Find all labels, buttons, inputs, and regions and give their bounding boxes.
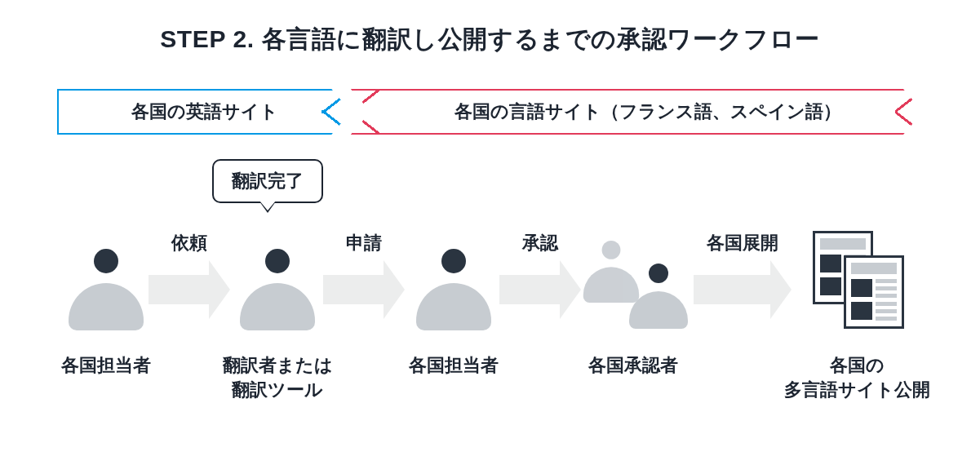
scope-left-label: 各国の英語サイト [131,100,278,124]
role-node-1 [57,249,155,330]
scope-left: 各国の英語サイト [57,89,351,135]
role-caption-3: 各国担当者 [388,353,519,378]
arrow-1-label: 依頼 [149,231,230,255]
scope-right: 各国の言語サイト（フランス語、スペイン語） [351,89,923,135]
person-icon [69,249,144,330]
role-node-2 [228,249,326,330]
workflow: 翻訳完了 各国担当者 依頼 翻訳者または翻訳ツール 申請 各国担当者 承認 [49,159,931,420]
role-caption-2: 翻訳者または翻訳ツール [196,353,359,401]
role-node-5 [793,231,924,329]
role-caption-1: 各国担当者 [41,353,171,378]
arrow-4-label: 各国展開 [694,231,792,255]
role-node-3 [405,249,503,330]
arrow-4: 各国展開 [694,260,792,319]
arrow-3-label: 承認 [499,231,581,255]
arrow-3: 承認 [499,260,581,319]
arrow-2: 申請 [323,260,405,319]
speech-bubble: 翻訳完了 [212,159,323,203]
person-icon [416,249,491,330]
speech-bubble-text: 翻訳完了 [232,171,304,191]
scope-bar: 各国の英語サイト 各国の言語サイト（フランス語、スペイン語） [57,89,923,135]
role-caption-5: 各国の多言語サイト公開 [767,353,947,401]
page-title: STEP 2. 各言語に翻訳し公開するまでの承認ワークフロー [0,0,980,56]
webpages-icon [809,231,907,329]
arrow-1: 依頼 [149,260,230,319]
person-icon [240,249,315,330]
role-node-4 [578,239,692,329]
role-caption-4: 各国承認者 [568,353,698,378]
scope-right-label: 各国の言語サイト（フランス語、スペイン語） [455,100,841,124]
arrow-2-label: 申請 [323,231,405,255]
people-icon [582,239,688,329]
